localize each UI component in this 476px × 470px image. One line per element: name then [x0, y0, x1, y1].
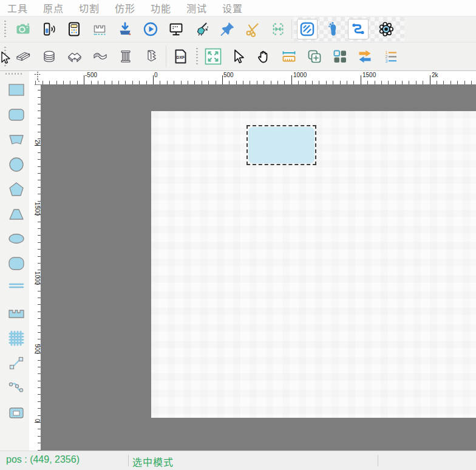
shape-curve-polyline[interactable]: [4, 377, 29, 399]
footprint-step-button[interactable]: [322, 19, 343, 39]
shape-rounded-rectangle[interactable]: [4, 104, 29, 126]
trapezoid-narrow-top-icon: [6, 204, 27, 225]
select-cursor-button[interactable]: [228, 46, 248, 67]
status-separator: [378, 455, 378, 466]
add-copy-button[interactable]: [304, 46, 325, 67]
merge-align-button[interactable]: [268, 19, 288, 39]
shape-line-segment[interactable]: [4, 352, 29, 374]
wedge-3d-icon: [15, 48, 32, 65]
sort-order-icon: 1 2 3: [382, 48, 399, 65]
mold-measure-icon: [91, 21, 108, 38]
shape-double-lines[interactable]: [4, 275, 29, 297]
mold-measure-button[interactable]: [89, 19, 110, 39]
curve-polyline-icon: [6, 378, 27, 398]
shape-rectangle[interactable]: [4, 79, 29, 101]
groove-3d-button[interactable]: [64, 46, 85, 67]
toolbar-drag-handle[interactable]: [4, 21, 6, 38]
arrange-blocks-button[interactable]: [330, 46, 350, 67]
camera-icon: [15, 21, 32, 38]
carved-block-button[interactable]: [141, 46, 162, 67]
toolbar-drag-handle[interactable]: [196, 48, 198, 65]
palette-drag-handle[interactable]: [5, 73, 24, 75]
run-play-button[interactable]: [140, 19, 161, 39]
cut-scissors-button[interactable]: [242, 19, 263, 39]
swap-layers-button[interactable]: [355, 46, 375, 67]
selected-shape[interactable]: [246, 125, 316, 165]
monitor-log-button[interactable]: [166, 19, 186, 39]
calculator-button[interactable]: [64, 19, 84, 39]
svg-text:3: 3: [386, 59, 388, 63]
pan-hand-button[interactable]: [253, 46, 274, 67]
ruler-label: 500: [34, 344, 41, 354]
scissors-icon: [244, 21, 261, 38]
hatch-fill-button[interactable]: [297, 19, 318, 39]
shape-circle[interactable]: [4, 154, 29, 175]
hand-icon: [255, 48, 272, 65]
measure-ruler-button[interactable]: [279, 46, 299, 67]
menu-item-cut[interactable]: 切割: [79, 1, 100, 15]
dxf-file-button[interactable]: DXF: [170, 46, 191, 67]
toolbar-separator: [166, 46, 166, 67]
fit-view-button[interactable]: [203, 46, 223, 67]
shape-notched-plate[interactable]: [4, 302, 29, 324]
channel-3d-button[interactable]: [90, 46, 110, 67]
shape-trapezoid-narrow-top[interactable]: [4, 203, 29, 225]
menu-item-test[interactable]: 测试: [186, 1, 207, 15]
secondary-toolbar: DXF: [0, 43, 476, 71]
menu-item-function[interactable]: 功能: [151, 1, 171, 15]
svg-text:DXF: DXF: [177, 55, 185, 60]
trapezoid-icon: [6, 129, 27, 150]
toolbar-separator: [291, 19, 292, 39]
notched-plate-icon: [6, 303, 27, 324]
column-3d-button[interactable]: [115, 46, 136, 67]
clean-broom-button[interactable]: [191, 19, 212, 39]
broom-icon: [193, 21, 210, 38]
pentagon-icon: [6, 179, 27, 200]
ellipse-icon: [6, 228, 27, 249]
menu-item-profiling[interactable]: 仿形: [115, 1, 135, 15]
shape-trapezoid[interactable]: [4, 129, 29, 151]
sort-order-button[interactable]: 1 2 3: [380, 46, 401, 67]
cylinder-stack-icon: [41, 48, 58, 65]
add-copy-icon: [306, 48, 323, 65]
rectangle-with-hole-icon: [6, 403, 27, 423]
merge-align-icon: [270, 21, 287, 38]
menu-item-tools[interactable]: 工具: [7, 1, 28, 15]
circle-icon: [6, 154, 27, 175]
camera-button[interactable]: [13, 19, 33, 39]
line-segment-icon: [6, 353, 27, 373]
shape-pentagon[interactable]: [4, 179, 29, 200]
ruler-label: 1000: [293, 72, 307, 78]
shape-ellipse[interactable]: [4, 228, 29, 250]
ruler-label: 1500: [362, 72, 376, 78]
horizontal-ruler: -500 0 500 1000 1500 2k: [35, 71, 476, 85]
pin-button[interactable]: [217, 19, 237, 39]
monitor-icon: [168, 21, 185, 38]
import-download-button[interactable]: [115, 19, 135, 39]
ruler-label: 0: [154, 72, 158, 78]
status-separator: [128, 455, 129, 466]
shape-palette: [0, 71, 29, 451]
column-3d-icon: [117, 48, 134, 65]
route-path-button[interactable]: [348, 19, 369, 39]
swap-arrows-icon: [356, 48, 373, 65]
download-icon: [117, 21, 134, 38]
shape-mesh-grid[interactable]: [4, 327, 29, 349]
wedge-3d-button[interactable]: [13, 46, 33, 67]
hatch-fill-icon: [299, 21, 316, 38]
ruler-label: 2k: [432, 72, 438, 78]
selected-rounded-rectangle[interactable]: [248, 127, 314, 163]
cylinder-stack-button[interactable]: [39, 46, 59, 67]
gear-settings-button[interactable]: [376, 19, 396, 39]
application-window: 工具 原点 切割 仿形 功能 测试 设置: [0, 0, 476, 470]
menu-item-origin[interactable]: 原点: [43, 1, 64, 15]
ruler-label: 0: [34, 419, 41, 423]
mode-label: 选中模式: [132, 454, 174, 469]
menu-item-settings[interactable]: 设置: [222, 1, 243, 15]
dxf-file-icon: DXF: [172, 48, 189, 65]
ruler-label: 500: [223, 72, 234, 78]
shape-squircle[interactable]: [4, 253, 29, 274]
remote-meter-button[interactable]: [38, 19, 59, 39]
shape-rectangle-with-hole[interactable]: [4, 402, 29, 424]
ruler-label: 1000: [34, 271, 41, 285]
